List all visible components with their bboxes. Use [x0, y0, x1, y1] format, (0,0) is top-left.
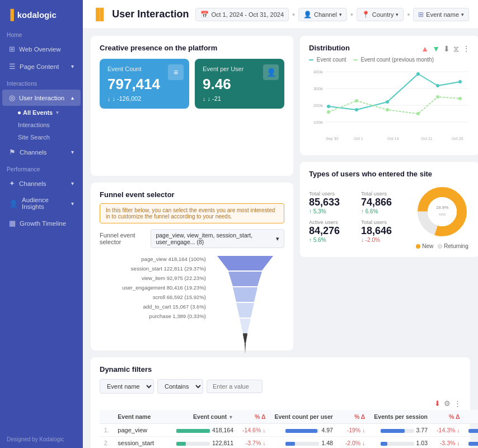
funnel-card: Funnel event selector In this filter bel…	[91, 183, 293, 351]
sidebar-label-growth: Growth Timeline	[20, 220, 66, 227]
funnel-step-label-3: user_engagement 80,416 (19.23%)	[100, 284, 206, 291]
svg-marker-2	[233, 287, 257, 302]
table-more-icon[interactable]: ⋮	[454, 399, 461, 408]
dot-icon	[18, 111, 21, 114]
sidebar-sub-site-search[interactable]: Site Search	[16, 131, 83, 143]
chevron-event: ▾	[461, 12, 464, 17]
svg-text:Oct 21: Oct 21	[421, 137, 433, 141]
pct1-cell-1: -3.7% ↓	[238, 437, 270, 449]
legend-item-prev: Event count (previous month)	[353, 57, 434, 63]
type-metric-0: Total users 85,633 ↑ 5.3%	[309, 190, 357, 214]
filter-icon[interactable]: ⧖	[453, 44, 459, 54]
event-count-change-val: ↓ -126,002	[113, 95, 142, 102]
filter-divider-1: •	[292, 10, 295, 19]
filter-controls-row: Event name Contains	[100, 379, 461, 394]
svg-point-24	[416, 72, 420, 76]
arrow-down-icon-3[interactable]: ▼	[432, 44, 440, 54]
section-performance: Performance	[0, 161, 83, 175]
event-name-select[interactable]: Event name	[100, 379, 154, 394]
metric-cards-row: ≡ Event Count 797,414 ↓ ↓ -126,002 👤 Eve…	[100, 59, 284, 109]
types-content: Total users 85,633 ↑ 5.3% Total users 74…	[309, 184, 470, 249]
eps-cell-1: 1.03	[369, 437, 432, 449]
col-cpu[interactable]: Event count per user	[270, 410, 337, 424]
funnel-step-label-1: session_start 122,811 (29.37%)	[100, 265, 206, 272]
download-icon[interactable]: ⬇	[443, 44, 450, 54]
sidebar-item-audience[interactable]: 👤 Audience Insights ▾	[2, 193, 81, 214]
channel-filter[interactable]: 👤 Channel ▾	[298, 8, 347, 21]
calendar-icon: 📅	[200, 11, 209, 18]
event-name-filter-label: Event name	[426, 11, 459, 18]
chevron-down-icon: ▾	[71, 63, 74, 69]
funnel-step-label-6: purchase 1,389 (0.33%)	[100, 313, 206, 319]
grid-icon: ⊞	[9, 45, 15, 53]
br-cell-1: 46.61%	[464, 437, 478, 449]
date-filter[interactable]: 📅 Oct 1, 2024 - Oct 31, 2024	[195, 8, 289, 21]
sidebar-label-achieved-goals: Channels	[20, 149, 47, 156]
tm-label-0: Total users	[309, 190, 357, 197]
svg-marker-3	[236, 303, 254, 318]
user-icon: 👤	[303, 11, 312, 18]
event-per-user-label: Event per User	[203, 66, 277, 72]
sidebar-label-user-interaction: User Interaction	[19, 95, 64, 101]
sidebar-item-web-overview[interactable]: ⊞ Web Overview	[2, 41, 81, 57]
funnel-info-box: In this filter below, you can select the…	[100, 203, 284, 223]
svg-text:400k: 400k	[313, 69, 324, 74]
col-event-name[interactable]: Event name	[113, 410, 172, 424]
funnel-selector-row: Funnel event selector page_view, view_it…	[100, 229, 284, 248]
contains-select[interactable]: Contains	[157, 379, 203, 394]
legend-label-prev: Event count (previous month)	[360, 57, 434, 63]
svg-point-29	[386, 108, 389, 111]
types-metrics-grid: Total users 85,633 ↑ 5.3% Total users 74…	[309, 190, 409, 243]
svg-point-23	[386, 100, 389, 104]
arrow-up-icon[interactable]: ▲	[421, 44, 429, 54]
sidebar-item-growth[interactable]: ▦ Growth Timeline	[2, 215, 81, 231]
funnel-selector-value[interactable]: page_view, view_item, session_start, use…	[151, 229, 284, 248]
sidebar-item-achieved-goals[interactable]: ⚑ Channels ▾	[2, 144, 81, 160]
legend-returning: Returning	[438, 243, 468, 249]
sidebar-item-channels[interactable]: ✦ Channels ▾	[2, 175, 81, 192]
sidebar-item-page-content[interactable]: ☰ Page Content ▾	[2, 58, 81, 74]
table-settings-icon[interactable]: ⚙	[444, 399, 451, 408]
col-eps[interactable]: Events per session	[369, 410, 432, 424]
dynamic-filters-section: Dynamic filters Event name Contains ⬇ ⚙ …	[91, 357, 470, 448]
distribution-title: Distribution	[309, 44, 350, 52]
row-num-1: 2.	[100, 437, 113, 449]
filter-divider-2: •	[350, 10, 353, 19]
event-count-change: ↓ ↓ -126,002	[107, 95, 181, 102]
more-icon[interactable]: ⋮	[462, 44, 470, 54]
svg-point-30	[416, 112, 420, 115]
table-download-icon[interactable]: ⬇	[434, 399, 440, 408]
legend-returning-label: Returning	[444, 243, 468, 249]
chart-legend: Event count Event count (previous month)	[309, 57, 470, 63]
funnel-row-4: scroll 66,592 (15.92%)	[100, 294, 206, 300]
svg-marker-4	[240, 319, 251, 333]
sidebar-item-user-interaction[interactable]: ◎ User Interaction ▴	[2, 90, 81, 106]
funnel-row-6: purchase 1,389 (0.33%)	[100, 313, 206, 319]
table-row: 1. page_view 418,164 -14.6% ↓ 4.97 -19% …	[100, 424, 478, 437]
country-filter-label: Country	[372, 11, 394, 18]
event-name-filter[interactable]: ⊞ Event name ▾	[413, 8, 469, 21]
event-per-user-card: 👤 Event per User 9.46 ↓ ↓ -21	[195, 59, 284, 109]
header: ▐▌ User Interaction 📅 Oct 1, 2024 - Oct …	[83, 0, 478, 29]
filter-value-input[interactable]	[207, 380, 263, 393]
svg-text:new: new	[439, 212, 447, 216]
svg-text:200k: 200k	[313, 103, 324, 108]
header-filters: 📅 Oct 1, 2024 - Oct 31, 2024 • 👤 Channel…	[195, 8, 469, 21]
col-pct3: % Δ	[432, 410, 464, 424]
funnel-shape-col	[206, 256, 284, 360]
sidebar-label-audience: Audience Insights	[22, 197, 67, 210]
tm-value-3: 18,646	[361, 225, 409, 237]
arrow-down-icon-2: ↓	[203, 95, 206, 102]
filter-divider-3: •	[407, 10, 410, 19]
event-name-cell-1: session_start	[113, 437, 172, 449]
type-metric-1: Total users 74,866 ↑ 6.6%	[361, 190, 409, 214]
event-count-label: Event Count	[107, 66, 181, 72]
location-icon: 📍	[362, 11, 370, 18]
country-filter[interactable]: 📍 Country ▾	[357, 8, 404, 21]
table-row: 2. session_start 122,811 -3.7% ↓ 1.48 -2…	[100, 437, 478, 449]
sidebar-sub-interactions[interactable]: Interactions	[16, 119, 83, 131]
section-interactions: Interactions	[0, 75, 83, 89]
col-br[interactable]: Bounce rate	[464, 410, 478, 424]
sidebar-sub-all-events[interactable]: All Events ▾	[16, 106, 83, 119]
col-event-count[interactable]: Event count ▼	[172, 410, 238, 424]
